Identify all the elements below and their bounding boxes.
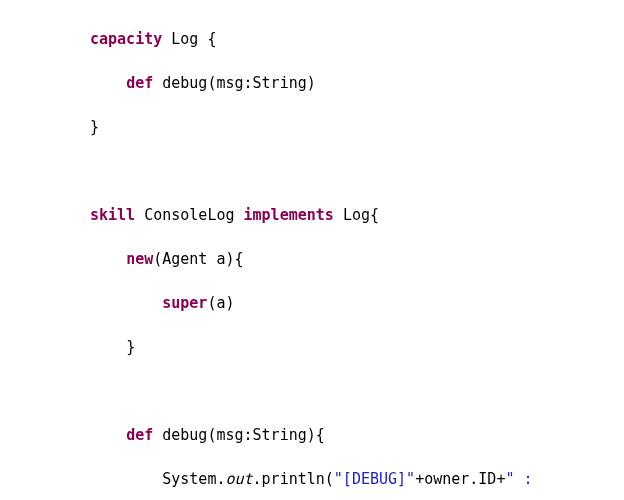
- code-line[interactable]: def debug(msg:String): [0, 72, 624, 94]
- code-line[interactable]: [0, 160, 624, 182]
- identifier: out: [225, 470, 252, 488]
- code-line[interactable]: def debug(msg:String){: [0, 424, 624, 446]
- keyword-implements: implements: [244, 206, 334, 224]
- identifier: Log: [171, 30, 198, 48]
- brace: }: [126, 338, 135, 356]
- string-literal: "[DEBUG]": [334, 470, 415, 488]
- code-line[interactable]: }: [0, 116, 624, 138]
- code-line[interactable]: }: [0, 336, 624, 358]
- brace: {: [198, 30, 216, 48]
- identifier: debug: [162, 426, 207, 444]
- identifier: msg: [216, 74, 243, 92]
- keyword-skill: skill: [90, 206, 135, 224]
- brace: {: [370, 206, 379, 224]
- code-line[interactable]: super(a): [0, 292, 624, 314]
- keyword-capacity: capacity: [90, 30, 162, 48]
- keyword-super: super: [162, 294, 207, 312]
- identifier: Log: [343, 206, 370, 224]
- string-literal: " :: [505, 470, 532, 488]
- code-line[interactable]: System.out.println("[DEBUG]"+owner.ID+" …: [0, 468, 624, 490]
- keyword-new: new: [126, 250, 153, 268]
- keyword-def: def: [126, 74, 153, 92]
- type: Agent: [162, 250, 207, 268]
- identifier: ConsoleLog: [144, 206, 234, 224]
- brace: }: [90, 118, 99, 136]
- text: [162, 30, 171, 48]
- code-line[interactable]: new(Agent a){: [0, 248, 624, 270]
- code-line[interactable]: skill ConsoleLog implements Log{: [0, 204, 624, 226]
- keyword-def: def: [126, 426, 153, 444]
- type: String: [253, 74, 307, 92]
- identifier: debug: [162, 74, 207, 92]
- identifier: System: [162, 470, 216, 488]
- code-line[interactable]: capacity Log {: [0, 28, 624, 50]
- identifier: println: [262, 470, 325, 488]
- identifier: msg: [216, 426, 243, 444]
- code-line[interactable]: [0, 380, 624, 402]
- text: +owner.ID+: [415, 470, 505, 488]
- type: String: [253, 426, 307, 444]
- code-editor[interactable]: capacity Log { def debug(msg:String) } s…: [0, 0, 624, 500]
